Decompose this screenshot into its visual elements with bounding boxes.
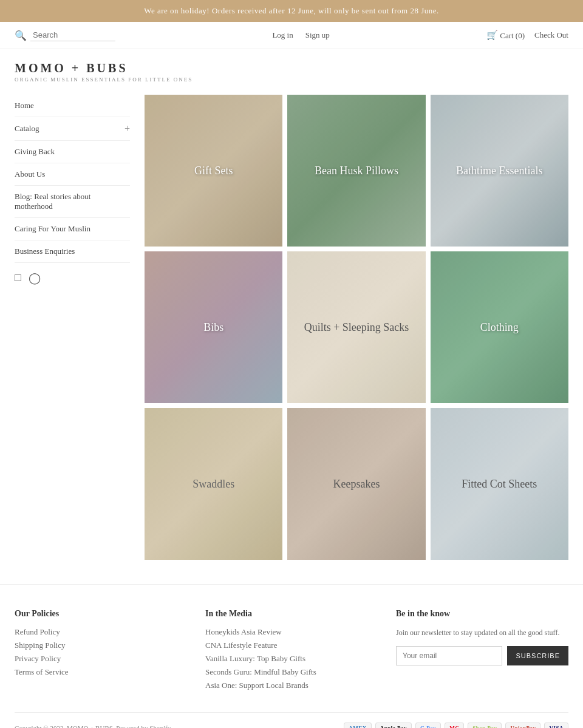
logo-sub: ORGANIC MUSLIN ESSENTIALS FOR LITTLE ONE… bbox=[15, 77, 568, 83]
copyright-text: Copyright © 2023, MOMO + BUBS. Powered b… bbox=[15, 724, 171, 728]
visa-payment-badge: VISA bbox=[544, 723, 568, 728]
payment-icons: AMEX Apple Pay G Pay MC Shop Pay UnionPa… bbox=[344, 723, 568, 728]
newsletter-desc: Join our newsletter to stay updated on a… bbox=[396, 627, 568, 639]
banner-text: We are on holiday! Orders received after… bbox=[144, 6, 438, 15]
login-link[interactable]: Log in bbox=[272, 30, 293, 40]
product-card-bathtime[interactable]: Bathtime Essentials bbox=[431, 95, 568, 247]
sidebar-item-label: Blog: Real stories about motherhood bbox=[15, 192, 130, 211]
applepay-payment-badge: Apple Pay bbox=[375, 723, 412, 728]
footer-link-terms[interactable]: Terms of Service bbox=[15, 667, 187, 677]
product-label-clothing: Clothing bbox=[431, 251, 568, 403]
shopify-pay-badge: Shop Pay bbox=[468, 723, 502, 728]
footer-policies-section: Our Policies Refund Policy Shipping Poli… bbox=[15, 609, 187, 694]
product-card-bibs[interactable]: Bibs bbox=[145, 251, 282, 403]
footer-newsletter-section: Be in the know Join our newsletter to st… bbox=[396, 609, 568, 694]
product-label-bibs: Bibs bbox=[145, 251, 282, 403]
footer-newsletter-title: Be in the know bbox=[396, 609, 568, 619]
main-layout: Home Catalog + Giving Back About Us Blog… bbox=[0, 95, 583, 584]
product-grid: Gift Sets Bean Husk Pillows Bathtime Ess… bbox=[145, 95, 568, 560]
product-card-quilts[interactable]: Quilts + Sleeping Sacks bbox=[287, 251, 425, 403]
product-card-keepsakes[interactable]: Keepsakes bbox=[287, 408, 425, 560]
gpay-payment-badge: G Pay bbox=[415, 723, 441, 728]
catalog-expand-icon: + bbox=[124, 123, 130, 134]
unionpay-payment-badge: UnionPay bbox=[505, 723, 540, 728]
amex-payment-badge: AMEX bbox=[344, 723, 372, 728]
sidebar-item-label: Giving Back bbox=[15, 147, 55, 157]
sidebar-item-business[interactable]: Business Enquiries bbox=[15, 240, 130, 263]
facebook-icon[interactable]: □ bbox=[15, 271, 21, 285]
product-label-bean-husk: Bean Husk Pillows bbox=[287, 95, 425, 247]
top-nav: 🔍 Log in Sign up 🛒Cart (0) Check Out bbox=[0, 22, 583, 49]
sidebar-item-label: Catalog bbox=[15, 124, 39, 134]
search-icon: 🔍 bbox=[15, 30, 27, 41]
footer-link-honeykids[interactable]: Honeykids Asia Review bbox=[205, 627, 378, 637]
footer-media-title: In the Media bbox=[205, 609, 378, 619]
holiday-banner: We are on holiday! Orders received after… bbox=[0, 0, 583, 22]
sidebar-item-about-us[interactable]: About Us bbox=[15, 163, 130, 186]
checkout-link[interactable]: Check Out bbox=[534, 30, 568, 40]
top-nav-right: 🛒Cart (0) Check Out bbox=[486, 30, 568, 41]
product-label-keepsakes: Keepsakes bbox=[287, 408, 425, 560]
logo-text[interactable]: MOMO + BUBS bbox=[15, 61, 568, 75]
product-label-cot-sheets: Fitted Cot Sheets bbox=[431, 408, 568, 560]
product-card-cot-sheets[interactable]: Fitted Cot Sheets bbox=[431, 408, 568, 560]
product-card-gift-sets[interactable]: Gift Sets bbox=[145, 95, 282, 247]
footer: Our Policies Refund Policy Shipping Poli… bbox=[0, 584, 583, 728]
product-card-bean-husk[interactable]: Bean Husk Pillows bbox=[287, 95, 425, 247]
sidebar-item-catalog[interactable]: Catalog + bbox=[15, 117, 130, 141]
product-label-quilts: Quilts + Sleeping Sacks bbox=[287, 251, 425, 403]
cart-link[interactable]: 🛒Cart (0) bbox=[486, 30, 525, 41]
sidebar-item-label: Business Enquiries bbox=[15, 247, 75, 256]
search-form: 🔍 bbox=[15, 29, 115, 41]
cart-label: Cart (0) bbox=[500, 31, 525, 40]
instagram-icon[interactable]: ◯ bbox=[29, 271, 41, 285]
footer-link-asia-one[interactable]: Asia One: Support Local Brands bbox=[205, 681, 378, 690]
mastercard-payment-badge: MC bbox=[445, 723, 464, 728]
sidebar-item-label: Caring For Your Muslin bbox=[15, 224, 90, 234]
cart-icon: 🛒 bbox=[486, 30, 498, 40]
sidebar: Home Catalog + Giving Back About Us Blog… bbox=[15, 95, 130, 560]
footer-link-privacy[interactable]: Privacy Policy bbox=[15, 654, 187, 664]
footer-link-vanilla[interactable]: Vanilla Luxury: Top Baby Gifts bbox=[205, 654, 378, 664]
footer-policies-title: Our Policies bbox=[15, 609, 187, 619]
signup-link[interactable]: Sign up bbox=[305, 30, 330, 40]
footer-newsletter-form: SUBSCRIBE bbox=[396, 646, 568, 665]
footer-link-shipping[interactable]: Shipping Policy bbox=[15, 641, 187, 650]
footer-bottom: Copyright © 2023, MOMO + BUBS. Powered b… bbox=[15, 712, 568, 728]
footer-top: Our Policies Refund Policy Shipping Poli… bbox=[15, 609, 568, 694]
sidebar-item-caring[interactable]: Caring For Your Muslin bbox=[15, 218, 130, 240]
sidebar-item-label: About Us bbox=[15, 169, 45, 179]
footer-link-cna[interactable]: CNA Lifestyle Feature bbox=[205, 641, 378, 650]
sidebar-item-blog[interactable]: Blog: Real stories about motherhood bbox=[15, 186, 130, 218]
email-input[interactable] bbox=[396, 646, 502, 665]
top-nav-left: 🔍 bbox=[15, 29, 115, 41]
top-nav-center: Log in Sign up bbox=[272, 30, 329, 40]
product-card-clothing[interactable]: Clothing bbox=[431, 251, 568, 403]
sidebar-socials: □ ◯ bbox=[15, 263, 130, 293]
footer-link-seconds[interactable]: Seconds Guru: Mindful Baby Gifts bbox=[205, 667, 378, 677]
product-label-swaddles: Swaddles bbox=[145, 408, 282, 560]
product-label-gift-sets: Gift Sets bbox=[145, 95, 282, 247]
footer-media-section: In the Media Honeykids Asia Review CNA L… bbox=[205, 609, 378, 694]
sidebar-item-giving-back[interactable]: Giving Back bbox=[15, 141, 130, 163]
search-input[interactable] bbox=[30, 29, 115, 41]
product-card-swaddles[interactable]: Swaddles bbox=[145, 408, 282, 560]
logo-wrap: MOMO + BUBS ORGANIC MUSLIN ESSENTIALS FO… bbox=[0, 49, 583, 95]
footer-link-refund[interactable]: Refund Policy bbox=[15, 627, 187, 637]
sidebar-item-label: Home bbox=[15, 101, 34, 111]
subscribe-button[interactable]: SUBSCRIBE bbox=[507, 646, 568, 665]
sidebar-item-home[interactable]: Home bbox=[15, 95, 130, 117]
product-label-bathtime: Bathtime Essentials bbox=[431, 95, 568, 247]
